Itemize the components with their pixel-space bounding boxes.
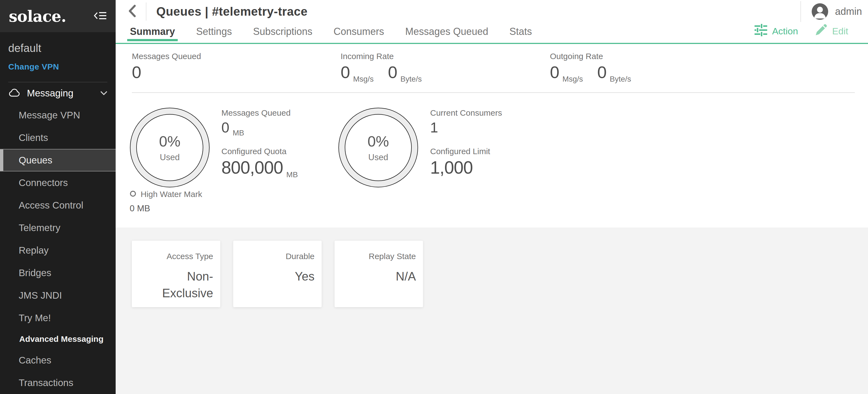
card-label: Replay State — [369, 252, 416, 261]
sidebar-item-replay[interactable]: Replay — [0, 239, 116, 262]
card-value: N/A — [396, 268, 416, 285]
stat-label: Incoming Rate — [341, 52, 422, 61]
sidebar-item-access-control[interactable]: Access Control — [0, 194, 116, 216]
metric-unit: MB — [232, 129, 244, 138]
quota-usage-gauge: 0% Used — [130, 108, 210, 188]
stat-messages-queued: Messages Queued 0 — [132, 52, 201, 81]
tab-subscriptions[interactable]: Subscriptions — [253, 26, 312, 43]
stat-unit: Byte/s — [610, 75, 631, 84]
card-value: Non-Exclusive — [139, 268, 213, 301]
stat-unit: Msg/s — [562, 75, 583, 84]
current-vpn-name: default — [8, 42, 107, 54]
gauge-percent: 0% — [159, 133, 181, 150]
change-vpn-link[interactable]: Change VPN — [8, 62, 59, 71]
high-water-mark-icon — [130, 190, 136, 198]
gauge-percent-label: Used — [368, 152, 388, 162]
stat-incoming-rate: Incoming Rate 0 Msg/s 0 Byte/s — [341, 52, 422, 81]
metric-value: 0 — [221, 120, 229, 134]
page-title: Queues | #telemetry-trace — [156, 5, 308, 19]
metric-value: 1,000 — [430, 159, 473, 176]
sidebar-nav: Message VPN Clients Queues Connectors Ac… — [0, 104, 116, 394]
main-area: Queues | #telemetry-trace admin — [116, 0, 868, 394]
metric-unit: MB — [286, 170, 298, 179]
tab-summary[interactable]: Summary — [130, 26, 175, 43]
tab-messages-queued[interactable]: Messages Queued — [405, 26, 488, 43]
summary-panel: Messages Queued 0 Incoming Rate 0 Msg/s … — [116, 44, 868, 228]
pencil-icon — [815, 24, 827, 38]
metric-label: Messages Queued — [221, 108, 298, 118]
stat-value: 0 — [132, 64, 141, 81]
solace-logo: solace. — [9, 7, 66, 25]
sidebar-subsection-advanced-messaging: Advanced Messaging — [0, 329, 116, 349]
sidebar-item-caches[interactable]: Caches — [0, 349, 116, 371]
sidebar-item-try-me[interactable]: Try Me! — [0, 307, 116, 329]
card-replay-state: Replay State N/A — [335, 241, 423, 307]
edit-label: Edit — [832, 26, 848, 36]
cloud-icon — [8, 88, 21, 98]
metric-value: 1 — [430, 120, 438, 134]
metric-value: 800,000 — [221, 159, 283, 176]
high-water-mark-value: 0 MB — [130, 203, 202, 213]
tab-actions: Action Edit — [754, 24, 868, 43]
sidebar-item-telemetry[interactable]: Telemetry — [0, 216, 116, 239]
sidebar-item-connectors[interactable]: Connectors — [0, 172, 116, 194]
sidebar-item-clients[interactable]: Clients — [0, 126, 116, 149]
sidebar-section-messaging[interactable]: Messaging — [0, 83, 116, 104]
title-divider — [146, 2, 146, 21]
sidebar-item-transactions[interactable]: Transactions — [0, 371, 116, 394]
tab-bar: Summary Settings Subscriptions Consumers… — [116, 23, 868, 44]
vpn-block: default Change VPN — [0, 32, 116, 83]
sidebar-item-jms-jndi[interactable]: JMS JNDI — [0, 284, 116, 307]
gauge-percent: 0% — [368, 133, 389, 150]
tab-consumers[interactable]: Consumers — [334, 26, 384, 43]
app-root: solace. default Change VPN — [0, 0, 868, 394]
stat-value: 0 — [341, 64, 350, 81]
sidebar-logo-bar: solace. — [0, 0, 116, 32]
stat-value: 0 — [550, 64, 559, 81]
sidebar-section-label: Messaging — [27, 88, 73, 99]
user-divider — [800, 1, 801, 22]
sidebar-item-bridges[interactable]: Bridges — [0, 262, 116, 284]
stat-value: 0 — [597, 64, 606, 81]
chevron-down-icon — [100, 91, 107, 95]
stat-label: Messages Queued — [132, 52, 201, 61]
action-button[interactable]: Action — [754, 24, 798, 38]
consumers-metrics: Current Consumers 1 Configured Limit 1,0… — [430, 108, 502, 176]
sliders-icon — [754, 24, 767, 38]
high-water-mark-label: High Water Mark — [141, 189, 202, 199]
metric-label: Configured Limit — [430, 147, 502, 156]
sidebar: solace. default Change VPN — [0, 0, 116, 394]
edit-button[interactable]: Edit — [815, 24, 848, 38]
stat-label: Outgoing Rate — [550, 52, 631, 61]
card-value: Yes — [295, 268, 314, 285]
metric-label: Current Consumers — [430, 108, 502, 118]
sidebar-item-queues[interactable]: Queues — [0, 149, 116, 172]
collapse-menu-icon — [94, 11, 107, 22]
stat-value: 0 — [388, 64, 397, 81]
username: admin — [835, 6, 862, 17]
tab-stats[interactable]: Stats — [509, 26, 532, 43]
quota-metrics: Messages Queued 0 MB Configured Quota 80… — [221, 108, 298, 176]
back-chevron-icon — [128, 5, 136, 19]
sidebar-collapse-button[interactable] — [94, 11, 107, 22]
back-button[interactable] — [116, 5, 136, 19]
gauges-row: 0% Used Messages Queued 0 MB Configured … — [116, 93, 868, 228]
card-label: Access Type — [166, 252, 213, 261]
stat-unit: Msg/s — [353, 75, 374, 84]
consumers-usage-gauge: 0% Used — [338, 108, 418, 188]
high-water-mark: High Water Mark 0 MB — [130, 189, 202, 213]
card-durable: Durable Yes — [233, 241, 322, 307]
metric-label: Configured Quota — [221, 147, 298, 156]
action-label: Action — [772, 26, 798, 36]
card-label: Durable — [286, 252, 314, 261]
user-menu[interactable]: admin — [800, 1, 868, 22]
gauge-percent-label: Used — [160, 152, 180, 162]
tab-settings[interactable]: Settings — [196, 26, 232, 43]
top-bar: Queues | #telemetry-trace admin — [116, 0, 868, 23]
stats-row: Messages Queued 0 Incoming Rate 0 Msg/s … — [116, 44, 868, 93]
sidebar-item-message-vpn[interactable]: Message VPN — [0, 104, 116, 126]
user-avatar-icon — [811, 3, 829, 20]
card-access-type: Access Type Non-Exclusive — [132, 241, 220, 307]
attributes-section: Access Type Non-Exclusive Durable Yes Re… — [116, 228, 868, 394]
stat-unit: Byte/s — [401, 75, 422, 84]
